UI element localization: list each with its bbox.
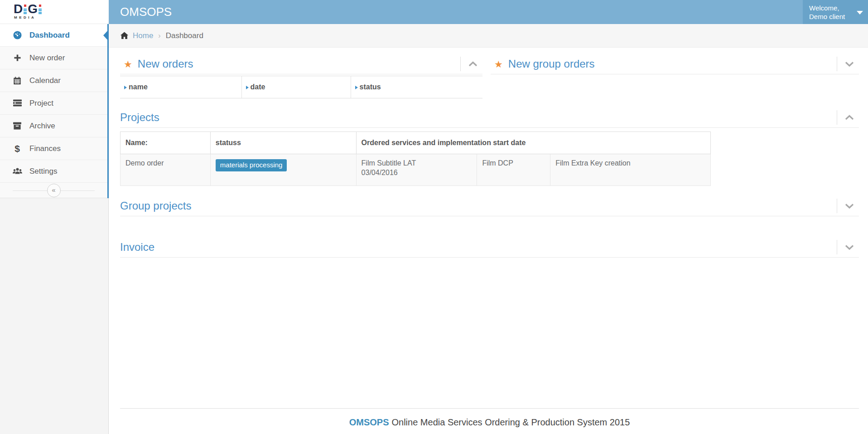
column-header-status[interactable]: status [351,76,482,98]
sidebar-collapse-row: « [0,183,107,198]
logo-i-bars-icon [39,5,42,14]
sidebar-item-label: Finances [29,144,61,153]
service-cell: Film Extra Key creation [550,154,711,186]
sidebar-item-dashboard[interactable]: Dashboard [0,24,107,47]
panel-group-projects-heading: Group projects [120,196,859,216]
archive-box-icon [12,122,23,130]
panel-group-projects: Group projects [120,196,859,216]
column-header-services: Ordered services and implementation star… [356,132,710,154]
panel-invoice: Invoice [120,237,859,258]
sidebar-item-label: Project [29,99,53,108]
breadcrumb-home-link[interactable]: Home [133,31,153,40]
top-header-bar: OMSOPS Welcome, Demo client [109,0,868,24]
collapse-panel-button[interactable] [837,110,859,125]
chevron-down-icon [844,203,854,209]
chevron-down-icon [844,61,854,67]
collapse-panel-button[interactable] [460,57,482,71]
sidebar-item-label: Archive [29,122,55,131]
content-area: ★ New orders name date st [109,48,868,434]
sidebar-item-finances[interactable]: $ Finances [0,137,107,160]
project-name-cell: Demo order [121,154,211,186]
column-header-status: statuss [210,132,356,154]
sidebar-item-label: Dashboard [29,31,70,40]
projects-table: Name: statuss Ordered services and imple… [120,132,711,186]
user-name: Demo client [809,12,854,21]
project-row[interactable]: Demo order materials processing Film Sub… [121,154,711,186]
active-item-arrow-icon [103,29,109,41]
footer-brand: OMSOPS [349,417,389,427]
sidebar-background [0,198,109,434]
stacked-bars-icon [12,99,23,107]
welcome-label: Welcome, [809,4,854,12]
sidebar-item-calendar[interactable]: Calendar [0,69,107,92]
new-orders-header-row: name date status [120,76,482,98]
service-title: Film DCP [482,159,545,167]
dashboard-gauge-icon [12,30,23,40]
logo-wordmark: D G [14,4,109,14]
panel-title: New group orders [508,58,595,70]
chevron-up-icon [844,115,854,120]
logo-i-bars-icon [24,5,27,14]
panel-new-group-orders: ★ New group orders [491,54,859,98]
plus-icon [12,54,23,62]
sidebar: D G MEDIA [0,0,109,434]
app-title: OMSOPS [109,5,172,19]
footer-text: Online Media Services Ordering & Product… [391,417,630,427]
breadcrumb-current: Dashboard [166,31,203,40]
logo-subtitle: MEDIA [14,15,109,20]
sidebar-item-label: Calendar [29,76,61,85]
breadcrumb: Home › Dashboard [109,24,868,48]
sort-arrow-icon [355,86,358,89]
calendar-icon [12,76,23,85]
sidebar-item-project[interactable]: Project [0,92,107,115]
panel-projects: Projects Name: statuss Ordered services … [120,107,859,186]
user-menu[interactable]: Welcome, Demo client [803,0,868,24]
panel-new-orders-heading: ★ New orders [120,54,482,74]
star-icon: ★ [124,59,132,69]
top-panels-row: ★ New orders name date st [120,54,859,98]
users-group-icon [12,167,23,176]
panel-projects-heading: Projects [120,107,859,128]
logo-letter-g: G [28,4,38,14]
status-badge: materials processing [216,159,287,171]
logo[interactable]: D G MEDIA [0,0,109,24]
panel-title: Group projects [120,200,191,212]
panel-title: Invoice [120,241,154,254]
collapse-panel-button[interactable] [837,199,859,213]
sidebar-collapse-button[interactable]: « [47,184,61,197]
panel-title: Projects [120,111,159,124]
projects-header-row: Name: statuss Ordered services and imple… [121,132,711,154]
home-icon [120,32,129,39]
service-cell: Film Subtitle LAT 03/04/2016 [356,154,477,186]
new-orders-table: name date status [120,76,482,98]
collapse-panel-button[interactable] [837,57,859,71]
sidebar-item-settings[interactable]: Settings [0,160,107,183]
service-date: 03/04/2016 [362,169,473,177]
sidebar-menu: Dashboard New order Cale [0,24,109,198]
sidebar-item-new-order[interactable]: New order [0,47,107,69]
star-icon: ★ [494,59,503,69]
main-area: OMSOPS Welcome, Demo client Home › Dashb… [109,0,868,434]
sort-arrow-icon [124,86,127,89]
dollar-icon: $ [12,144,23,153]
sort-arrow-icon [246,86,249,89]
column-header-name[interactable]: name [120,76,241,98]
app-root: D G MEDIA [0,0,868,434]
sidebar-item-label: Settings [29,167,57,176]
panel-invoice-heading: Invoice [120,237,859,258]
project-status-cell: materials processing [210,154,356,186]
chevron-down-icon [844,244,854,250]
chevron-up-icon [468,61,478,67]
sidebar-item-label: New order [29,54,65,63]
breadcrumb-separator: › [158,32,160,40]
column-header-date[interactable]: date [241,76,351,98]
sidebar-item-archive[interactable]: Archive [0,115,107,137]
service-title: Film Extra Key creation [555,159,706,167]
column-header-project-name: Name: [121,132,211,154]
panel-new-group-orders-heading: ★ New group orders [491,54,859,74]
panel-title: New orders [138,58,193,70]
footer: OMSOPSOnline Media Services Ordering & P… [120,408,859,434]
collapse-panel-button[interactable] [837,240,859,254]
service-cell: Film DCP [477,154,550,186]
logo-letter-d: D [14,4,23,14]
